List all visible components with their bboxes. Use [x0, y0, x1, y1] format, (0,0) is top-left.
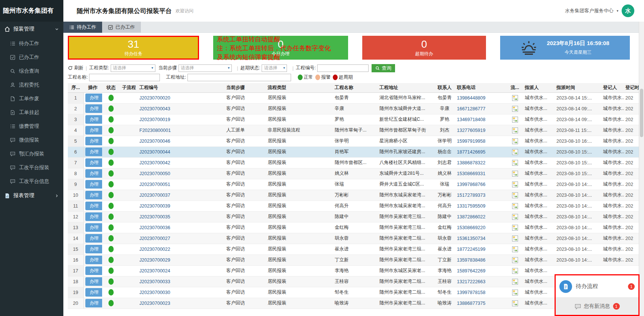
table-row[interactable]: 8 办理 J20230700050 客户回访 居民报装 姚义林 东城舜井大道28… — [68, 168, 639, 179]
flow-chart-icon[interactable] — [512, 257, 518, 263]
flow-chart-icon[interactable] — [512, 225, 518, 231]
handle-button[interactable]: 办理 — [85, 223, 102, 232]
table-row[interactable]: 15 办理 J20230700022 客户回访 居民报装 崔永进 随州市吴家老湾… — [68, 244, 639, 255]
table-row[interactable]: 1 办理 J20230700020 客户回访 居民报装 包晏青 湖北省随州市马家… — [68, 92, 639, 103]
handle-button[interactable]: 办理 — [85, 180, 102, 189]
flow-chart-icon[interactable] — [512, 181, 518, 187]
column-header[interactable]: 工程编号 — [138, 83, 205, 92]
scrollbar[interactable] — [639, 22, 644, 316]
table-row[interactable]: 6 办理 J20230700044 客户回访 居民报装 肖艳军 随州市孔家坡还建… — [68, 146, 639, 157]
column-header[interactable]: 登记人 — [602, 83, 624, 92]
table-row[interactable]: 7 办理 J20230700042 客户回访 居民报装 随州市曾都区... 八角… — [68, 157, 639, 168]
order-code-link[interactable]: J20230700029 — [138, 255, 205, 265]
flow-chart-icon[interactable] — [512, 171, 518, 177]
sidebar-item-report-management[interactable]: 报表管理 — [0, 188, 63, 203]
order-code-link[interactable]: J20230700050 — [138, 168, 205, 179]
project-code-input[interactable] — [317, 64, 369, 72]
column-header[interactable]: 指派时间 — [555, 83, 602, 92]
column-header[interactable]: 工程地址 — [378, 83, 434, 92]
order-code-link[interactable]: J20230700039 — [138, 200, 205, 211]
flow-chart-icon[interactable] — [512, 127, 518, 133]
order-code-link[interactable]: J20230700044 — [138, 146, 205, 157]
table-row[interactable]: 20 办理 J20230700023 客户回访 居民报装 喻致涛 随州市吴家老湾… — [68, 298, 639, 309]
sidebar-item[interactable]: 已办工作 — [0, 50, 63, 64]
flow-chart-icon[interactable] — [512, 192, 518, 198]
table-row[interactable]: 5 办理 J20230700046 客户回访 居民报装 张学明 星润廊桥小区 张… — [68, 136, 639, 146]
handle-button[interactable]: 办理 — [85, 212, 102, 221]
table-row[interactable]: 9 办理 J20230700051 客户回访 居民报装 张瑞 舜井大道五金城C区… — [68, 179, 639, 190]
sidebar-item-installation-management[interactable]: 报装管理 — [0, 22, 63, 37]
todo-flow-notification[interactable]: 待办流程 1 — [556, 275, 638, 298]
handle-button[interactable]: 办理 — [85, 158, 102, 167]
column-header[interactable]: 流程类型 — [266, 83, 333, 92]
table-row[interactable]: 11 办理 J20230700039 客户回访 居民报装 何高升 随州市东城吴家… — [68, 200, 639, 211]
card-overdue[interactable]: 0 超期待办 — [362, 36, 486, 60]
order-code-link[interactable]: J20230700019 — [138, 114, 205, 125]
table-row[interactable]: 4 办理 F20230800001 人工派单 非居民报装流程 随州市草甸子...… — [68, 125, 639, 136]
column-header[interactable]: 指派人 — [523, 83, 555, 92]
column-header[interactable]: 联系电话 — [455, 83, 506, 92]
flow-chart-icon[interactable] — [512, 300, 518, 306]
card-pending-tasks[interactable]: 31 待办任务 — [68, 36, 199, 60]
table-row[interactable]: 19 办理 J20230700030 客户回访 居民报装 邹冬生 随州市吴家老湾… — [68, 287, 639, 298]
flow-chart-icon[interactable] — [512, 149, 518, 155]
table-row[interactable]: 13 办理 J20230700036 客户回访 居民报装 金红梅 随州市吴家老湾… — [68, 222, 639, 233]
handle-button[interactable]: 办理 — [85, 256, 102, 264]
flow-chart-icon[interactable] — [512, 117, 518, 123]
handle-button[interactable]: 办理 — [85, 202, 102, 210]
sidebar-item[interactable]: 综合查询 — [0, 64, 63, 78]
order-code-link[interactable]: J20230700042 — [138, 157, 205, 168]
flow-chart-icon[interactable] — [512, 279, 518, 285]
flow-chart-icon[interactable] — [512, 246, 518, 252]
column-header[interactable]: 当前步骤 — [205, 83, 266, 92]
sidebar-item[interactable]: 工单挂起 — [0, 105, 63, 119]
flow-chart-icon[interactable] — [512, 214, 518, 220]
column-header[interactable]: 操作 — [83, 83, 102, 92]
handle-button[interactable]: 办理 — [85, 299, 102, 307]
table-row[interactable]: 3 办理 J20230700019 客户回访 居民报装 罗艳 新世纪五金建材城C… — [68, 114, 639, 125]
handle-button[interactable]: 办理 — [85, 94, 102, 102]
order-code-link[interactable]: J20230700037 — [138, 190, 205, 200]
search-button[interactable]: 查询 — [372, 64, 395, 72]
column-header[interactable]: 子流程 — [120, 83, 138, 92]
handle-button[interactable]: 办理 — [85, 148, 102, 156]
column-header[interactable]: 工程名称 — [333, 83, 378, 92]
column-header[interactable]: 联系人 — [434, 83, 455, 92]
sidebar-item[interactable]: 微信报装 — [0, 133, 63, 147]
handle-button[interactable]: 办理 — [85, 288, 102, 297]
handle-button[interactable]: 办理 — [85, 266, 102, 275]
table-row[interactable]: 18 办理 J20230700033 客户回访 居民报装 王桂容 随州市吴家老湾… — [68, 276, 639, 287]
order-code-link[interactable]: F20230800001 — [138, 125, 205, 136]
order-code-link[interactable]: J20230700036 — [138, 222, 205, 233]
handle-button[interactable]: 办理 — [85, 191, 102, 199]
sidebar-item[interactable]: 工改平台信息 — [0, 174, 63, 188]
column-header[interactable]: 流... — [506, 83, 523, 92]
sidebar-item[interactable]: 鄂汇办报装 — [0, 147, 63, 161]
project-type-select[interactable]: 请选择▼ — [111, 64, 155, 72]
table-row[interactable]: 10 办理 J20230700037 客户回访 居民报装 万彬彬 随州市东城吴家… — [68, 190, 639, 200]
order-code-link[interactable]: J20230700035 — [138, 211, 205, 222]
current-step-select[interactable]: 请选择▼ — [179, 64, 232, 72]
table-row[interactable]: 16 办理 J20230700029 客户回访 居民报装 丁立新 随州市吴家老湾… — [68, 255, 639, 265]
sidebar-item[interactable]: 工改平台报装 — [0, 161, 63, 174]
order-code-link[interactable]: J20230700046 — [138, 136, 205, 146]
overdue-status-select[interactable]: 请选择▼ — [262, 64, 287, 72]
refresh-button[interactable]: 刷新 — [68, 65, 83, 71]
column-header[interactable]: 状态 — [102, 83, 120, 92]
order-code-link[interactable]: J20230700022 — [138, 244, 205, 255]
flow-chart-icon[interactable] — [512, 138, 518, 144]
order-code-link[interactable]: J20230700033 — [138, 276, 205, 287]
column-header[interactable]: 登记时间 — [624, 83, 639, 92]
sidebar-item[interactable]: 缴费管理 — [0, 119, 63, 133]
flow-chart-icon[interactable] — [512, 106, 518, 112]
flow-chart-icon[interactable] — [512, 236, 518, 241]
sidebar-item[interactable]: 流程委托 — [0, 78, 63, 92]
flow-chart-icon[interactable] — [512, 268, 518, 274]
user-menu[interactable]: 水务集团客户服务中心 — [565, 7, 613, 14]
handle-button[interactable]: 办理 — [85, 169, 102, 178]
order-code-link[interactable]: J20230700023 — [138, 298, 205, 309]
order-code-link[interactable]: J20230700027 — [138, 233, 205, 244]
handle-button[interactable]: 办理 — [85, 126, 102, 135]
order-code-link[interactable]: J20230700051 — [138, 179, 205, 190]
handle-button[interactable]: 办理 — [85, 245, 102, 253]
